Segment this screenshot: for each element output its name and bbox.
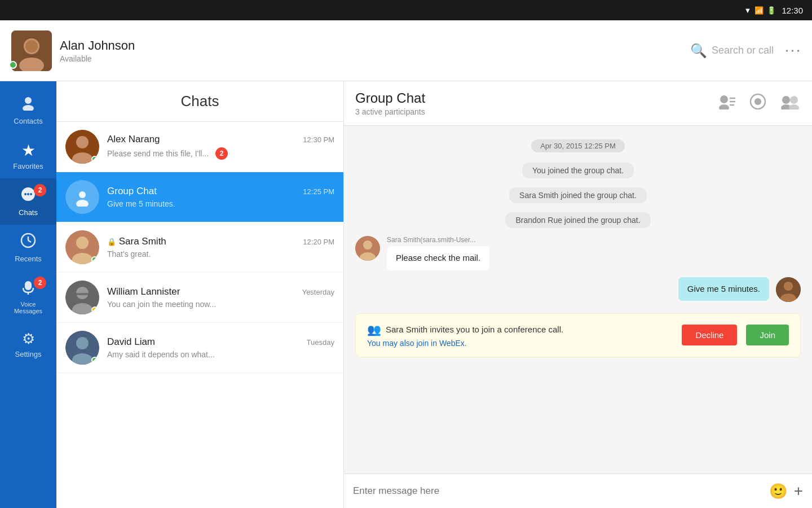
user-status: Available — [60, 54, 690, 63]
group-name: Group Chat — [107, 186, 157, 197]
favorites-label: Favorites — [13, 162, 43, 170]
user-avatar-container — [11, 30, 52, 71]
alex-chat-info: Alex Narang 12:30 PM Please send me this… — [107, 134, 334, 160]
chat-item-william[interactable]: William Lannister Yesterday You can join… — [56, 273, 343, 323]
msg-outgoing: Give me 5 minutes. — [355, 277, 801, 302]
group-chat-icon — [65, 180, 99, 214]
message-input-area: 🙂 + — [344, 474, 812, 508]
add-attachment-icon[interactable]: + — [794, 482, 803, 500]
conf-invite-text: 👥 Sara Smith invites you to join a confe… — [367, 323, 673, 348]
chat-item-groupchat[interactable]: Group Chat 12:25 PM Give me 5 minutes. — [56, 172, 343, 222]
william-preview: You can join the meeting now... — [107, 300, 334, 309]
settings-icon: ⚙ — [22, 330, 35, 348]
alex-preview: Please send me this file, I'll... 2 — [107, 147, 334, 160]
svg-point-21 — [76, 237, 89, 249]
svg-point-3 — [25, 40, 38, 52]
sidebar-item-chats[interactable]: 2 Chats — [0, 178, 56, 225]
svg-rect-26 — [76, 293, 89, 295]
system-msg-sara: Sara Smith joined the group chat. — [509, 187, 647, 203]
conf-invite-link[interactable]: You may also join in WebEx. — [367, 339, 673, 348]
sidebar-item-voice-messages[interactable]: 2 VoiceMessages — [0, 271, 56, 322]
status-icons: ▼ 📶 🔋 12:30 — [744, 6, 803, 15]
chat-item-sara[interactable]: 🔒 Sara Smith 12:20 PM That's great. — [56, 222, 343, 273]
chats-title: Chats — [56, 81, 343, 122]
battery-icon: 🔋 — [767, 6, 776, 15]
msg-sara-incoming: Sara Smith(sara.smith-User... Please che… — [355, 236, 801, 270]
svg-point-18 — [79, 191, 86, 198]
conv-title-block: Group Chat 3 active participants — [355, 90, 425, 116]
chat-item-david[interactable]: David Liam Tuesday Amy said it depends o… — [56, 323, 343, 373]
contacts-label: Contacts — [14, 117, 42, 125]
participants-list-icon[interactable] — [718, 94, 736, 113]
chat-item-alex[interactable]: Alex Narang 12:30 PM Please send me this… — [56, 122, 343, 172]
chats-badge: 2 — [34, 184, 46, 196]
william-avatar — [65, 281, 99, 314]
user-name: Alan Johnson — [60, 38, 690, 53]
sidebar: Contacts ★ Favorites 2 Chats — [0, 81, 56, 508]
sara-preview: That's great. — [107, 249, 334, 259]
svg-point-31 — [719, 104, 729, 110]
outgoing-msg-bubble: Give me 5 minutes. — [678, 277, 769, 301]
signal-icon: 📶 — [754, 6, 764, 15]
svg-point-45 — [784, 282, 793, 291]
sara-chat-info: 🔒 Sara Smith 12:20 PM That's great. — [107, 236, 334, 259]
date-badge: Apr 30, 2015 12:25 PM — [531, 139, 625, 152]
emoji-icon[interactable]: 🙂 — [769, 483, 787, 500]
chats-label: Chats — [19, 208, 38, 217]
recents-label: Recents — [15, 255, 42, 263]
message-input[interactable] — [353, 485, 762, 497]
alex-avatar — [65, 130, 99, 164]
clock: 12:30 — [782, 6, 803, 15]
sara-name: 🔒 Sara Smith — [107, 236, 166, 247]
conv-title: Group Chat — [355, 90, 425, 106]
header-actions: 🔍 Search or call ⋮ — [690, 41, 801, 60]
content-area: Contacts ★ Favorites 2 Chats — [0, 81, 812, 508]
sara-msg-avatar — [355, 236, 380, 261]
svg-point-36 — [754, 98, 761, 105]
join-button[interactable]: Join — [746, 325, 789, 345]
search-button[interactable]: 🔍 Search or call — [690, 43, 774, 59]
sara-avatar — [65, 230, 99, 264]
group-time: 12:25 PM — [303, 187, 334, 196]
sidebar-item-settings[interactable]: ⚙ Settings — [0, 322, 56, 366]
sidebar-item-contacts[interactable]: Contacts — [0, 87, 56, 133]
sara-time: 12:20 PM — [303, 238, 334, 246]
sara-msg-bubble: Please check the mail. — [387, 246, 489, 270]
messages-area: Apr 30, 2015 12:25 PM You joined the gro… — [344, 126, 812, 474]
voice-label: VoiceMessages — [14, 301, 42, 314]
mute-icon[interactable] — [750, 94, 766, 113]
sidebar-item-recents[interactable]: Recents — [0, 225, 56, 271]
conv-actions — [718, 94, 801, 113]
group-avatar — [65, 180, 99, 214]
status-bar: ▼ 📶 🔋 12:30 — [0, 0, 812, 20]
svg-point-42 — [363, 240, 372, 249]
svg-point-19 — [76, 200, 89, 207]
svg-point-5 — [23, 105, 34, 111]
david-preview: Amy said it depends on what... — [107, 350, 334, 359]
david-time: Tuesday — [307, 338, 334, 347]
david-chat-info: David Liam Tuesday Amy said it depends o… — [107, 336, 334, 359]
voice-badge: 2 — [34, 277, 46, 289]
sidebar-item-favorites[interactable]: ★ Favorites — [0, 133, 56, 178]
david-status-dot — [91, 357, 98, 364]
app-container: Alan Johnson Available 🔍 Search or call … — [0, 20, 812, 508]
favorites-icon: ★ — [21, 141, 36, 160]
david-avatar — [65, 331, 99, 365]
more-options-icon[interactable]: ⋮ — [784, 43, 802, 59]
alan-msg-avatar — [776, 277, 801, 302]
search-label: Search or call — [712, 45, 774, 56]
sara-msg-sender: Sara Smith(sara.smith-User... — [387, 236, 489, 244]
group-participants-icon[interactable] — [779, 94, 801, 113]
conference-invite: 👥 Sara Smith invites you to join a confe… — [355, 313, 801, 357]
sara-status-dot — [91, 256, 98, 263]
alex-time: 12:30 PM — [303, 135, 334, 144]
david-name: David Liam — [107, 336, 155, 348]
contacts-icon — [20, 95, 36, 115]
sara-msg-content: Sara Smith(sara.smith-User... Please che… — [387, 236, 489, 270]
decline-button[interactable]: Decline — [682, 325, 737, 345]
settings-label: Settings — [15, 350, 42, 358]
svg-point-16 — [76, 136, 89, 148]
conf-invite-icon: 👥 — [367, 323, 381, 336]
chats-panel: Chats — [56, 81, 344, 508]
alex-unread: 2 — [215, 147, 228, 160]
